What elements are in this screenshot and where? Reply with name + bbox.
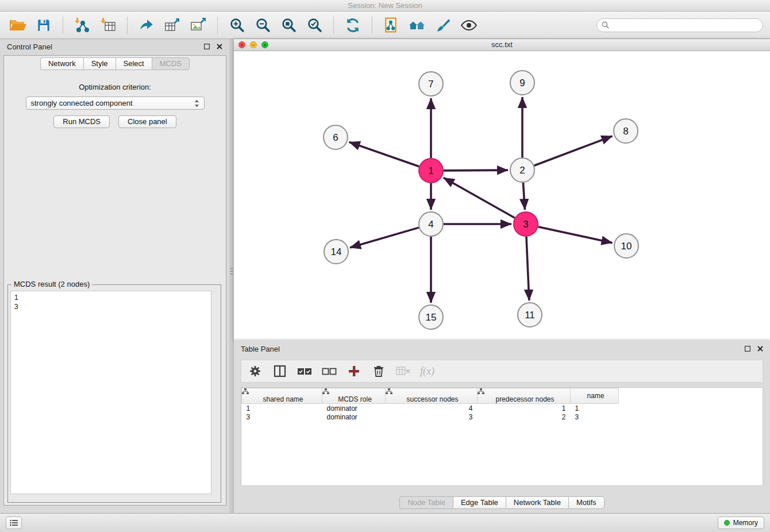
graph-edge-3-10[interactable] — [538, 227, 612, 243]
graph-edge-1-6[interactable] — [349, 142, 419, 166]
task-history-button[interactable] — [6, 516, 22, 529]
tab-edge-table[interactable]: Edge Table — [453, 496, 506, 509]
graph-node-6[interactable]: 6 — [324, 125, 348, 149]
graph-node-4[interactable]: 4 — [419, 212, 443, 236]
export-image-button[interactable] — [187, 14, 209, 36]
column-header-predecessor-nodes[interactable]: predecessor nodes — [478, 388, 571, 404]
graph-node-label: 14 — [331, 246, 342, 257]
tab-node-table[interactable]: Node Table — [399, 496, 453, 509]
graph-edge-3-11[interactable] — [526, 237, 529, 300]
close-panel-icon[interactable] — [217, 44, 222, 49]
toolbar-search[interactable] — [596, 18, 763, 32]
tab-select[interactable]: Select — [116, 57, 152, 70]
export-network-button[interactable] — [136, 14, 157, 36]
table-cell[interactable]: 2 — [478, 413, 571, 422]
panel-splitter[interactable] — [229, 39, 234, 513]
tab-mcds[interactable]: MCDS — [152, 57, 190, 70]
column-layout-button[interactable] — [272, 363, 288, 379]
zoom-window-icon[interactable]: + — [261, 41, 268, 48]
import-table-icon — [100, 17, 116, 33]
column-label: shared name — [263, 395, 303, 403]
column-label: name — [587, 392, 604, 400]
table-cell[interactable]: 1 — [571, 403, 619, 413]
column-label: predecessor nodes — [495, 395, 554, 403]
graph-edge-2-8[interactable] — [534, 136, 613, 165]
memory-button[interactable]: Memory — [718, 516, 764, 529]
criterion-dropdown[interactable]: strongly connected component — [26, 97, 205, 110]
table-cell[interactable]: 3 — [386, 413, 478, 422]
minimize-window-icon[interactable]: − — [250, 41, 257, 48]
network-report-button[interactable] — [380, 14, 402, 36]
graph-node-2[interactable]: 2 — [510, 158, 534, 182]
graph-node-label: 7 — [428, 79, 433, 90]
float-panel-icon[interactable] — [745, 346, 750, 352]
table-settings-button[interactable] — [247, 363, 263, 379]
window-titlebar[interactable]: Session: New Session — [0, 0, 770, 11]
zoom-in-button[interactable] — [226, 14, 248, 36]
graph-node-15[interactable]: 15 — [419, 305, 443, 329]
mcds-result-text[interactable]: 1 3 — [10, 291, 211, 494]
graph-node-11[interactable]: 11 — [518, 303, 542, 327]
network-graph-canvas[interactable]: 7968124314101511 — [234, 51, 770, 340]
open-session-button[interactable] — [7, 14, 29, 36]
column-header-shared-name[interactable]: shared name — [242, 388, 322, 404]
graph-node-7[interactable]: 7 — [419, 72, 443, 96]
table-cell[interactable]: 3 — [242, 413, 322, 422]
column-header-successor-nodes[interactable]: successor nodes — [386, 388, 478, 404]
delete-row-button[interactable] — [371, 363, 387, 379]
help-home-button[interactable] — [406, 14, 428, 36]
graph-node-label: 11 — [525, 310, 535, 321]
style-brush-button[interactable] — [432, 14, 454, 36]
table-panel-header: Table Panel — [234, 340, 770, 357]
select-all-button[interactable] — [297, 363, 313, 379]
tab-style[interactable]: Style — [83, 57, 116, 70]
run-mcds-button[interactable]: Run MCDS — [53, 115, 110, 128]
tab-network-table[interactable]: Network Table — [506, 496, 568, 509]
network-window-titlebar[interactable]: × − + scc.txt — [234, 39, 770, 51]
function-builder-button[interactable]: f(x) — [420, 363, 434, 379]
main-toolbar — [0, 11, 770, 39]
table-cell[interactable]: dominator — [322, 413, 386, 422]
zoom-out-button[interactable] — [252, 14, 274, 36]
tab-network[interactable]: Network — [40, 57, 83, 70]
close-panel-icon[interactable] — [757, 346, 763, 352]
column-header-mcds-role[interactable]: MCDS role — [322, 388, 386, 404]
graph-edge-2-3[interactable] — [523, 183, 525, 210]
show-hide-button[interactable] — [458, 14, 480, 36]
import-network-button[interactable] — [71, 14, 93, 36]
tab-motifs[interactable]: Motifs — [568, 496, 605, 509]
toolbar-separator — [63, 17, 63, 34]
search-input[interactable] — [612, 21, 758, 29]
table-cell[interactable]: 4 — [386, 403, 478, 413]
graph-node-3[interactable]: 3 — [514, 212, 538, 236]
save-session-button[interactable] — [33, 14, 55, 36]
export-table-button[interactable] — [161, 14, 183, 36]
column-header-name[interactable]: name — [571, 388, 619, 404]
network-view-window: × − + scc.txt 7968124314101511 — [234, 39, 770, 340]
graph-edge-1-2[interactable] — [444, 170, 508, 171]
table-cell[interactable]: dominator — [322, 403, 386, 413]
graph-node-1[interactable]: 1 — [419, 159, 443, 183]
graph-node-10[interactable]: 10 — [614, 234, 638, 258]
import-table-button[interactable] — [97, 14, 119, 36]
float-panel-icon[interactable] — [204, 44, 210, 49]
graph-node-label: 9 — [519, 78, 525, 88]
delete-table-button[interactable] — [395, 363, 411, 379]
add-row-button[interactable] — [346, 363, 362, 379]
zoom-selected-button[interactable] — [303, 14, 325, 36]
table-row[interactable]: 1dominator411 — [242, 403, 619, 413]
deselect-all-button[interactable] — [321, 363, 337, 379]
graph-edge-4-14[interactable] — [350, 228, 419, 248]
table-row[interactable]: 3dominator323 — [242, 413, 619, 422]
graph-node-9[interactable]: 9 — [510, 71, 534, 95]
close-window-icon[interactable]: × — [238, 41, 245, 48]
refresh-layout-button[interactable] — [342, 14, 364, 36]
close-panel-button[interactable]: Close panel — [118, 115, 176, 128]
graph-node-8[interactable]: 8 — [614, 119, 638, 143]
graph-node-14[interactable]: 14 — [324, 240, 348, 264]
zoom-fit-button[interactable] — [278, 14, 299, 36]
graph-edge-3-1[interactable] — [444, 178, 515, 218]
table-cell[interactable]: 1 — [478, 403, 571, 413]
table-cell[interactable]: 3 — [571, 413, 619, 422]
table-cell[interactable]: 1 — [242, 403, 322, 413]
